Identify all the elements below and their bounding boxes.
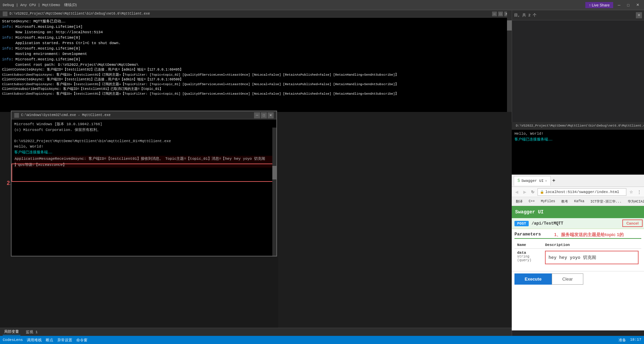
status-right: 准备 18:17 — [619, 338, 641, 343]
back-button: ◀ — [513, 189, 520, 195]
cmd-minimize[interactable]: ─ — [254, 112, 260, 118]
close-button[interactable]: ✕ — [634, 2, 641, 8]
cmd2-content: Hello, World! 客户端已连接服务端…… — [512, 130, 644, 144]
main-terminal: D:\VS2022_Project\MqttDemo\MqttClient\bi… — [0, 10, 512, 112]
status-exceptions[interactable]: 异常设置 — [57, 338, 72, 343]
clear-button[interactable]: Clear — [552, 273, 583, 285]
tc-line-15: ClientSubscribedTopicAsync: 客户端ID=【testc… — [2, 92, 510, 96]
param-type: string — [517, 255, 540, 259]
tc-line-11: ClientSubscribedTopicAsync: 客户端ID=【testc… — [2, 73, 510, 77]
toolbar-debug: Debug — [3, 3, 14, 7]
tc-line-14: ClientUnsubscribedTopicAsync: 客户端ID=【tes… — [2, 87, 510, 92]
bottom-tab-watch[interactable]: 监视 1 — [24, 329, 39, 335]
main-terminal-titlebar: D:\VS2022_Project\MqttDemo\MqttClient\bi… — [0, 10, 512, 18]
tc-line-13: ClientSubscribedTopicAsync: 客户端ID=【testc… — [2, 82, 510, 87]
status-time: 18:17 — [630, 338, 641, 343]
title-bar-right: ↑ Live Share ─ □ ✕ — [585, 2, 641, 8]
bookmark-translate[interactable]: 翻译 — [514, 198, 525, 205]
cmd-scrollbar[interactable] — [272, 128, 276, 256]
post-badge: POST — [514, 221, 529, 226]
cmd-icon — [3, 12, 7, 16]
bookmark-button[interactable]: ☆ — [628, 189, 635, 195]
bottom-panel: 局部变量 监视 1 — [0, 328, 512, 336]
col-name: Name — [514, 242, 542, 249]
terminal-titlebar-btns: ─ □ ✕ — [492, 12, 509, 16]
post-bar[interactable]: POST /api/TestMQTT Cancel — [512, 218, 644, 229]
status-callstack[interactable]: 调用堆栈 — [27, 338, 42, 343]
swagger-header: Swagger UI — [512, 206, 644, 218]
status-breakpoints[interactable]: 断点 — [46, 338, 53, 343]
post-path: /api/TestMQTT — [531, 221, 563, 226]
bookmark-kafka[interactable]: Kafka — [572, 199, 586, 204]
cmd-line-6: 客户端已连接服务端…… — [14, 150, 274, 155]
terminal-content: StartedAsync: MQTT服务已启动…… info: Microsof… — [0, 18, 512, 112]
continue-button[interactable]: 继续(D) — [62, 2, 79, 8]
tc-line-2: info: Microsoft.Hosting.Lifetime[14] — [2, 24, 510, 30]
param-desc-cell — [542, 249, 641, 267]
live-share-button[interactable]: ↑ Live Share — [585, 2, 613, 8]
swagger-tab-label: Swagger UI — [521, 179, 544, 183]
bookmarks-bar: 翻译 C++ MyFiles 教考 Kafka ICT学堂-浙江华... 华为H… — [512, 197, 644, 206]
swagger-tab-icon: S — [518, 178, 520, 183]
annotation-text-2: 1、服务端发送的主题是给topic 1的 — [554, 232, 624, 238]
cmd-line-1: Microsoft Windows [版本 10.0.19042.1766] — [14, 121, 274, 127]
browser-menu-button[interactable]: ⋮ — [636, 189, 643, 195]
toolbar-project: MqttDemo — [42, 3, 60, 7]
status-command[interactable]: 命令窗 — [76, 338, 87, 343]
terminal-maximize[interactable]: □ — [498, 12, 503, 16]
address-text: localhost:5134/swagger/index.html — [545, 190, 619, 194]
tab-close-icon[interactable]: ✕ — [545, 179, 547, 183]
tc-line-5: Application started. Press Ctrl+C to shu… — [2, 41, 510, 46]
swagger-area: S Swagger UI ✕ + ◀ ▶ ↻ 🔒 localhost:5134/… — [512, 175, 644, 330]
cmd-line-8: 】qos等级=【AtLeastOnce】 — [14, 162, 274, 168]
cmd-titlebar: C:\Windows\System32\cmd.exe - MqttClient… — [12, 111, 276, 119]
cmd2-line-2: 客户端已连接服务端…… — [514, 137, 641, 142]
rp-close[interactable]: ✕ — [636, 12, 642, 18]
terminal-minimize[interactable]: ─ — [492, 12, 497, 16]
bottom-tab-locals[interactable]: 局部变量 — [3, 328, 20, 336]
toolbar-separator2: | — [38, 3, 40, 7]
cmd-line-7: ApplicationMessageReceivedAsync: 客户端ID=【… — [14, 156, 274, 162]
toolbar-separator: | — [16, 3, 18, 7]
swagger-content: Swagger UI POST /api/TestMQTT Cancel Par… — [512, 206, 644, 287]
browser-nav: ◀ ▶ ↻ 🔒 localhost:5134/swagger/index.htm… — [512, 187, 644, 197]
main-scrollbar[interactable] — [507, 10, 512, 112]
tc-line-1: StartedAsync: MQTT服务已启动…… — [2, 19, 510, 24]
right-panel: 目, 共 2 个 ✕ D:\VS2022_Project\MqttDemo\Mq… — [512, 10, 644, 344]
tc-line-6: info: Microsoft.Hosting.Lifetime[0] — [2, 46, 510, 52]
cmd-window2: D:\VS2022_Project\MqttDemo\MqttClient\bi… — [512, 122, 644, 175]
refresh-button[interactable]: ↻ — [529, 189, 536, 195]
browser-tab-bar: S Swagger UI ✕ + — [512, 175, 644, 187]
swagger-tab[interactable]: S Swagger UI ✕ — [514, 176, 551, 186]
col-desc: Description — [542, 242, 641, 249]
bookmark-huawei[interactable]: 华为HCIAi认证学习... — [626, 198, 644, 205]
param-query: (query) — [517, 259, 540, 262]
tc-line-9: Content root path: D:\VS2022_Project\Mqt… — [2, 62, 510, 68]
cmd-close[interactable]: ✕ — [268, 112, 274, 118]
cmd-line-4: D:\VS2022_Project\MqttDemo\MqttClient\bi… — [14, 138, 274, 144]
top-toolbar: Debug | Any CPU | MqttDemo 继续(D) ↑ Live … — [0, 0, 644, 10]
bookmark-ict[interactable]: ICT学堂-浙江华... — [588, 198, 624, 205]
cmd-maximize[interactable]: □ — [261, 112, 267, 118]
cmd-window: C:\Windows\System32\cmd.exe - MqttClient… — [11, 111, 277, 256]
bookmark-kaokao[interactable]: 教考 — [559, 198, 570, 205]
bookmark-myfiles[interactable]: MyFiles — [539, 199, 557, 204]
minimize-button[interactable]: ─ — [616, 2, 623, 8]
status-codelens[interactable]: CodesLens — [3, 338, 23, 342]
tc-line-7: Hosting environment: Development — [2, 52, 510, 57]
toolbar-cpu: Any CPU — [20, 3, 36, 7]
status-ready: 准备 — [619, 338, 626, 343]
execute-button[interactable]: Execute — [514, 273, 552, 285]
address-bar[interactable]: 🔒 localhost:5134/swagger/index.html — [538, 188, 626, 196]
tc-line-3: Now listening on: http://localhost:5134 — [2, 30, 510, 35]
forward-button: ▶ — [521, 189, 528, 195]
param-input[interactable] — [545, 251, 639, 264]
maximize-button[interactable]: □ — [625, 2, 631, 8]
bookmark-cpp[interactable]: C++ — [527, 199, 537, 204]
cmd-icon2 — [14, 113, 19, 118]
new-tab-button[interactable]: + — [552, 178, 555, 184]
right-panel-toolbar: 目, 共 2 个 ✕ — [512, 10, 644, 20]
swagger-params: Parameters 1、服务端发送的主题是给topic 1的 Name Des… — [512, 229, 644, 271]
cancel-button[interactable]: Cancel — [622, 219, 643, 227]
cmd2-line-1: Hello, World! — [514, 131, 641, 137]
